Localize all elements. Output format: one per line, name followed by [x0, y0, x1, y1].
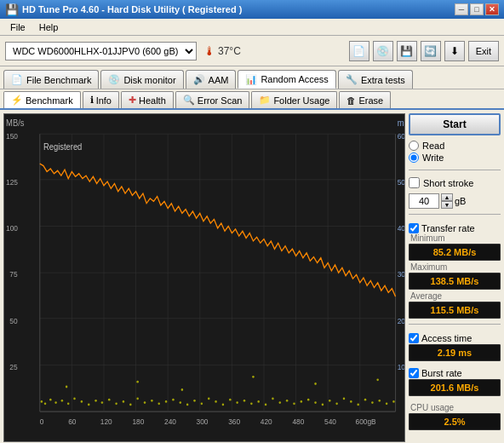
access-time-checkbox[interactable] [409, 333, 419, 343]
subtab-folder-usage[interactable]: 📁 Folder Usage [251, 91, 337, 108]
svg-point-71 [208, 398, 210, 400]
stroke-spinner: ▲ ▼ [441, 193, 453, 209]
svg-point-81 [279, 401, 282, 404]
subtab-health[interactable]: ✚ Health [121, 91, 174, 108]
svg-point-93 [364, 399, 367, 401]
svg-point-68 [186, 404, 189, 406]
transfer-rate-checkbox[interactable] [409, 223, 419, 233]
svg-point-58 [115, 402, 117, 405]
divider-1 [409, 170, 501, 170]
svg-point-90 [343, 398, 346, 400]
benchmark-icon: ⚡ [11, 95, 23, 106]
svg-text:480: 480 [292, 417, 304, 427]
stroke-input[interactable] [409, 193, 439, 209]
access-time-value-box: 2.19 ms [409, 344, 501, 361]
subtab-error-scan[interactable]: 🔍 Error Scan [175, 91, 250, 108]
svg-text:600gB: 600gB [356, 417, 376, 427]
svg-point-79 [265, 404, 267, 406]
divider-2 [409, 214, 501, 215]
svg-point-55 [94, 400, 97, 402]
svg-point-78 [257, 400, 260, 403]
svg-point-77 [250, 402, 253, 405]
subtab-info-label: Info [96, 95, 112, 106]
minimum-value-box: 85.2 MB/s [409, 244, 501, 261]
short-stroke-checkbox[interactable] [409, 177, 420, 188]
tab-extra-tests[interactable]: 🔧 Extra tests [338, 70, 413, 89]
subtab-erase[interactable]: 🗑 Erase [339, 91, 391, 108]
tab-file-benchmark[interactable]: 📄 File Benchmark [3, 70, 99, 89]
exit-button[interactable]: Exit [468, 41, 499, 61]
menu-help[interactable]: Help [32, 20, 66, 34]
svg-text:125: 125 [6, 177, 18, 187]
spin-down-button[interactable]: ▼ [441, 201, 453, 209]
subtab-info[interactable]: ℹ Info [83, 91, 119, 108]
divider-3 [409, 324, 501, 325]
toolbar-btn-3[interactable]: 💾 [397, 41, 417, 61]
svg-point-88 [329, 400, 331, 402]
cpu-usage-section: CPU usage 2.5% [409, 403, 501, 430]
toolbar-btn-1[interactable]: 📄 [349, 41, 369, 61]
subtab-error-scan-label: Error Scan [198, 95, 243, 106]
average-label: Average [410, 291, 501, 301]
menu-bar: File Help [0, 19, 504, 36]
chart-svg: MB/s 150 125 100 75 50 25 ms 60 50 40 30… [4, 114, 404, 441]
transfer-rate-section: Transfer rate Minimum 85.2 MB/s Maximum … [409, 223, 501, 319]
svg-point-63 [151, 400, 153, 402]
info-icon: ℹ [90, 95, 94, 106]
minimize-button[interactable]: ─ [455, 3, 468, 15]
minimum-label: Minimum [410, 233, 501, 243]
subtab-benchmark-label: Benchmark [26, 95, 73, 106]
refresh-icon: 🔄 [424, 45, 437, 57]
burst-rate-checkbox[interactable] [409, 368, 419, 378]
svg-point-100 [181, 388, 184, 391]
svg-point-59 [123, 400, 125, 403]
svg-text:300: 300 [197, 417, 209, 427]
read-radio[interactable] [409, 141, 419, 151]
tab-aam[interactable]: 🔊 AAM [186, 70, 237, 89]
main-tabs: 📄 File Benchmark 💿 Disk monitor 🔊 AAM 📊 … [0, 66, 504, 89]
save-icon: 💾 [400, 45, 413, 57]
svg-point-72 [215, 400, 217, 403]
stroke-value-row: ▲ ▼ gB [409, 193, 501, 209]
svg-point-47 [44, 402, 47, 405]
svg-text:40: 40 [398, 224, 404, 233]
svg-rect-0 [4, 114, 404, 441]
start-button[interactable]: Start [409, 113, 501, 135]
close-button[interactable]: ✕ [485, 3, 499, 15]
cpu-usage-value-box: 2.5% [409, 413, 501, 430]
window-title: HD Tune Pro 4.60 - Hard Disk Utility ( R… [22, 4, 455, 14]
read-write-group: Read Write [409, 139, 501, 164]
svg-point-56 [101, 401, 104, 404]
svg-text:120: 120 [100, 417, 112, 427]
tab-random-access[interactable]: 📊 Random Access [238, 70, 335, 89]
drive-select[interactable]: WDC WD6000HLHX-01JJPV0 (600 gB) [5, 42, 197, 60]
svg-point-84 [301, 400, 303, 403]
toolbar-btn-5[interactable]: ⬇ [444, 41, 465, 61]
maximize-button[interactable]: □ [470, 3, 484, 15]
minimum-value: 85.2 MB/s [433, 247, 477, 257]
short-stroke-row[interactable]: Short stroke [409, 177, 501, 188]
write-radio[interactable] [409, 152, 419, 163]
svg-point-57 [108, 399, 111, 401]
svg-text:MB/s: MB/s [6, 118, 24, 128]
svg-point-83 [293, 402, 295, 405]
title-bar: 💾 HD Tune Pro 4.60 - Hard Disk Utility (… [0, 0, 504, 19]
menu-file[interactable]: File [3, 20, 32, 34]
toolbar-btn-4[interactable]: 🔄 [421, 41, 441, 61]
read-label: Read [422, 141, 444, 151]
svg-point-101 [252, 376, 255, 378]
svg-point-103 [376, 378, 379, 381]
svg-point-67 [180, 401, 182, 404]
svg-point-74 [229, 399, 232, 401]
file-benchmark-icon: 📄 [11, 74, 23, 85]
write-option[interactable]: Write [409, 152, 501, 163]
read-option[interactable]: Read [409, 141, 501, 151]
tab-disk-monitor[interactable]: 💿 Disk monitor [100, 70, 183, 89]
subtab-folder-usage-label: Folder Usage [273, 95, 329, 106]
subtab-benchmark[interactable]: ⚡ Benchmark [3, 91, 81, 108]
spin-up-button[interactable]: ▲ [441, 193, 453, 201]
toolbar-btn-2[interactable]: 💿 [373, 41, 393, 61]
disk-icon: 💿 [376, 45, 389, 57]
svg-point-98 [66, 386, 68, 388]
svg-point-46 [41, 400, 43, 403]
